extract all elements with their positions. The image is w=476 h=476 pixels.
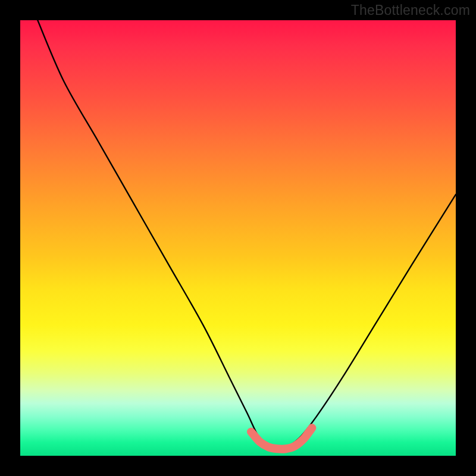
chart-frame: TheBottleneck.com: [0, 0, 476, 476]
bottleneck-curve-path: [37, 20, 456, 448]
sweet-spot-band-path: [251, 428, 312, 449]
curve-layer: [20, 20, 456, 456]
plot-area: [20, 20, 456, 456]
watermark-text: TheBottleneck.com: [351, 2, 470, 18]
